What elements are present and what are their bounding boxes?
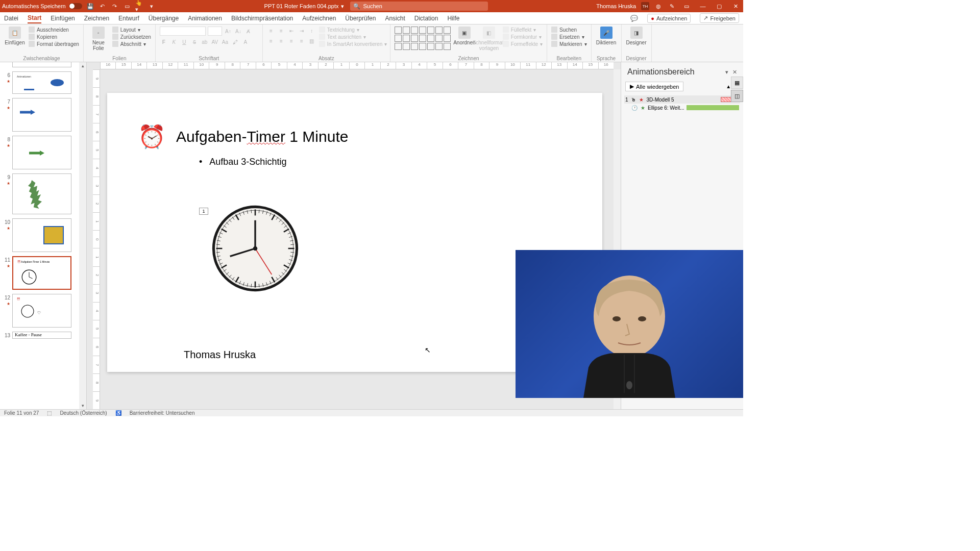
tab-entwurf[interactable]: Entwurf [118,14,139,23]
slide-position[interactable]: Folie 11 von 27 [4,410,39,416]
line-spacing-icon: ↕ [308,27,316,35]
thumbnail-row[interactable]: 13 Kaffee - Pause [3,332,86,339]
tab-hilfe[interactable]: Hilfe [447,14,459,23]
close-pane-icon[interactable]: ✕ [732,69,737,76]
user-avatar[interactable]: TH [641,2,649,10]
tab-zeichnen[interactable]: Zeichnen [84,14,109,23]
search-input[interactable]: 🔍 Suchen [350,2,488,11]
shadow-button: ab [201,38,209,46]
clipboard-icon: 📋 [9,27,21,39]
smartart-button: In SmartArt konvertieren▾ [319,41,387,47]
tab-einfuegen[interactable]: Einfügen [51,14,75,23]
qat-more-icon[interactable]: ▾ [148,2,156,10]
group-designer: ◨Designer Designer [622,24,652,62]
paste-button[interactable]: 📋Einfügen [4,27,26,45]
new-slide-button[interactable]: ▫Neue Folie [88,27,109,51]
move-up-icon[interactable]: ▲ [726,84,731,89]
section-button[interactable]: Abschnitt▾ [112,41,151,47]
reset-button[interactable]: Zurücksetzen [112,34,151,40]
tab-datei[interactable]: Datei [4,14,18,23]
clock-3d-model[interactable] [212,205,299,292]
play-all-button[interactable]: ▶ Alle wiedergeben [625,82,683,91]
document-title[interactable]: PPT 01 Roter Faden 004.pptx ▾ [264,3,344,10]
thumbnail-row[interactable]: 7★ [3,98,86,132]
animation-entry[interactable]: 1 🖱 ★ 3D-Modell 5 [624,95,740,104]
redo-icon[interactable]: ↷ [111,2,119,10]
scroll-down-icon[interactable]: ▾ [79,402,86,409]
tab-start[interactable]: Start [28,13,41,23]
thumbnail-row[interactable]: 9★ [3,173,86,214]
draw-icon[interactable]: ✎ [668,2,676,10]
animation-entry-name: 3D-Modell 5 [647,97,674,103]
select-button[interactable]: Markieren▾ [551,41,586,47]
columns-icon: ▥ [308,37,316,45]
slide-title: Aufgaben-Timer 1 Minute [176,128,348,145]
text-direction-button: Textrichtung▾ [319,27,387,33]
thumbnail-row[interactable]: 10★ [3,218,86,252]
group-slides: ▫Neue Folie Layout▾ Zurücksetzen Abschni… [84,24,156,62]
dictate-button[interactable]: 🎤Diktieren [596,27,617,45]
scroll-up-icon[interactable]: ▴ [79,62,86,69]
ribbon-tabs: Datei Start Einfügen Zeichnen Entwurf Üb… [0,12,743,24]
tab-ansicht[interactable]: Ansicht [385,14,405,23]
highlight-button: 🖍 [231,38,239,46]
language-indicator[interactable]: Deutsch (Österreich) [60,410,107,416]
touch-mode-icon[interactable]: 👆▾ [135,2,143,10]
ribbon-display-icon[interactable]: ▭ [681,2,692,11]
present-icon[interactable]: ▭ [123,2,131,10]
group-paragraph: ≡ ≡ ⇤ ⇥ ↕ ≡ ≡ ≡ ≡ ▥ Textrichtung▾ Text a… [263,24,390,62]
maximize-button[interactable]: ▢ [714,2,725,11]
pane-toggle-1[interactable]: ▦ [731,77,743,89]
styles-icon: ◧ [483,27,495,39]
thumbnail-row[interactable]: 6★ Animationen [3,71,86,94]
shape-gallery[interactable] [395,27,451,50]
align-left-icon: ≡ [267,37,275,45]
animation-order-tag[interactable]: 1 [199,208,208,215]
copy-button[interactable]: Kopieren [29,34,79,40]
tab-uebergaenge[interactable]: Übergänge [149,14,179,23]
slide-bullet: • Aufbau 3-Schichtig [199,157,286,167]
cut-button[interactable]: Ausschneiden [29,27,79,33]
align-text-button: Text ausrichten▾ [319,34,387,40]
undo-icon[interactable]: ↶ [99,2,107,10]
tab-aufzeichnen[interactable]: Aufzeichnen [302,14,336,23]
thumbnail-row[interactable] [3,62,86,67]
shape-effects-button: Formeffekte▾ [503,41,543,47]
toggle-switch-icon[interactable] [69,3,82,9]
record-button[interactable]: ●Aufzeichnen [647,14,691,23]
collapse-icon[interactable]: ▾ [725,69,728,76]
increase-font-icon: A↑ [224,27,232,35]
alarm-clock-icon: ⏰ [138,123,166,150]
share-button[interactable]: ↗Freigeben [700,13,739,23]
animation-entry[interactable]: 🕐 ★ Ellipse 6: Weit... [624,104,740,112]
layout-button[interactable]: Layout▾ [112,27,151,33]
minimize-button[interactable]: — [697,2,708,11]
tab-dictation[interactable]: Dictation [414,14,438,23]
group-drawing: ▣Anordnen ◧Schnellformat-vorlagen Füllef… [390,24,547,62]
align-right-icon: ≡ [287,37,296,45]
vertical-ruler: 9876543210123456789 [93,69,100,409]
tab-ueberpruefen[interactable]: Überprüfen [345,14,376,23]
arrange-button[interactable]: ▣Anordnen [454,27,475,45]
tab-animationen[interactable]: Animationen [188,14,222,23]
thumbnail-row[interactable]: 8★ [3,136,86,169]
autosave-toggle[interactable]: Automatisches Speichern [2,3,82,9]
comments-icon[interactable]: 💬 [630,14,638,22]
svg-point-73 [626,381,632,389]
format-painter-button[interactable]: Format übertragen [29,41,79,47]
thumbnails-scrollbar[interactable]: ▴ ▾ [79,62,86,409]
tab-bildschirmpraesentation[interactable]: Bildschirmpräsentation [231,14,293,23]
designer-button[interactable]: ◨Designer [626,27,647,45]
close-button[interactable]: ✕ [730,2,741,11]
save-icon[interactable]: 💾 [86,2,94,10]
cloud-icon[interactable]: ◍ [654,2,663,10]
pane-toggle-2[interactable]: ◫ [731,90,743,102]
underline-button: U [180,38,188,46]
replace-button[interactable]: Ersetzen▾ [551,34,586,40]
accessibility-check[interactable]: Barrierefreiheit: Untersuchen [130,410,195,416]
find-button[interactable]: Suchen [551,27,586,33]
slide-author: Thomas Hruska [184,349,256,361]
thumbnail-row-active[interactable]: 11★ ⏰ Aufgaben-Timer 1 Minute [3,256,86,290]
thumbnail-row[interactable]: 12★ ⏰ ♡ [3,294,86,328]
decrease-font-icon: A↓ [234,27,242,35]
